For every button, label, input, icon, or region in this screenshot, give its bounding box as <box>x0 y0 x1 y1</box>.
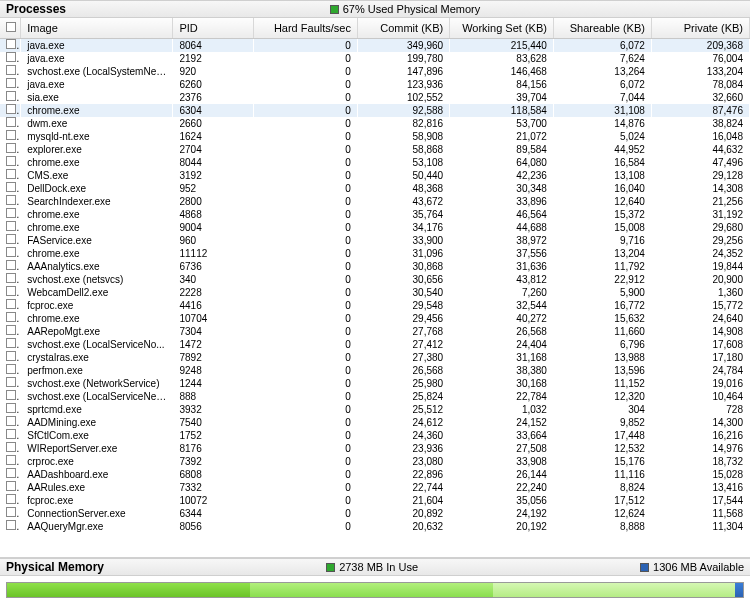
checkbox-icon[interactable] <box>6 481 16 491</box>
table-row[interactable]: chrome.exe8044053,10864,08016,58447,496 <box>0 156 750 169</box>
table-row[interactable]: svchost.exe (LocalSystemNet...9200147,89… <box>0 65 750 78</box>
process-table[interactable]: Image PID Hard Faults/sec Commit (KB) Wo… <box>0 18 750 533</box>
checkbox-icon[interactable] <box>6 221 16 231</box>
table-row[interactable]: FAService.exe960033,90038,9729,71629,256 <box>0 234 750 247</box>
col-hard-faults[interactable]: Hard Faults/sec <box>254 18 358 38</box>
checkbox-icon[interactable] <box>6 299 16 309</box>
checkbox-icon[interactable] <box>6 195 16 205</box>
table-row[interactable]: svchost.exe (NetworkService)1244025,9803… <box>0 377 750 390</box>
row-checkbox[interactable] <box>0 416 21 429</box>
table-row[interactable]: AAQueryMgr.exe8056020,63220,1928,88811,3… <box>0 520 750 533</box>
checkbox-icon[interactable] <box>6 494 16 504</box>
table-row[interactable]: sia.exe23760102,55239,7047,04432,660 <box>0 91 750 104</box>
row-checkbox[interactable] <box>0 351 21 364</box>
checkbox-icon[interactable] <box>6 234 16 244</box>
checkbox-icon[interactable] <box>6 78 16 88</box>
checkbox-icon[interactable] <box>6 273 16 283</box>
checkbox-icon[interactable] <box>6 351 16 361</box>
checkbox-icon[interactable] <box>6 91 16 101</box>
checkbox-icon[interactable] <box>6 455 16 465</box>
checkbox-icon[interactable] <box>6 169 16 179</box>
row-checkbox[interactable] <box>0 494 21 507</box>
row-checkbox[interactable] <box>0 156 21 169</box>
table-row[interactable]: AARepoMgt.exe7304027,76826,56811,66014,9… <box>0 325 750 338</box>
header-checkbox-icon[interactable] <box>6 22 16 32</box>
table-row[interactable]: chrome.exe10704029,45640,27215,63224,640 <box>0 312 750 325</box>
table-row[interactable]: crproc.exe7392023,08033,90815,17618,732 <box>0 455 750 468</box>
row-checkbox[interactable] <box>0 455 21 468</box>
row-checkbox[interactable] <box>0 377 21 390</box>
table-row[interactable]: chrome.exe4868035,76446,56415,37231,192 <box>0 208 750 221</box>
row-checkbox[interactable] <box>0 507 21 520</box>
table-row[interactable]: SfCtlCom.exe1752024,36033,66417,44816,21… <box>0 429 750 442</box>
table-row[interactable]: java.exe62600123,93684,1566,07278,084 <box>0 78 750 91</box>
row-checkbox[interactable] <box>0 247 21 260</box>
table-row[interactable]: explorer.exe2704058,86889,58444,95244,63… <box>0 143 750 156</box>
checkbox-icon[interactable] <box>6 286 16 296</box>
row-checkbox[interactable] <box>0 104 21 117</box>
col-working-set[interactable]: Working Set (KB) <box>450 18 554 38</box>
row-checkbox[interactable] <box>0 221 21 234</box>
row-checkbox[interactable] <box>0 520 21 533</box>
col-pid[interactable]: PID <box>173 18 254 38</box>
row-checkbox[interactable] <box>0 273 21 286</box>
col-checkbox[interactable] <box>0 18 21 38</box>
checkbox-icon[interactable] <box>6 39 16 49</box>
checkbox-icon[interactable] <box>6 468 16 478</box>
row-checkbox[interactable] <box>0 52 21 65</box>
checkbox-icon[interactable] <box>6 325 16 335</box>
checkbox-icon[interactable] <box>6 260 16 270</box>
table-row[interactable]: svchost.exe (LocalServiceNo...1472027,41… <box>0 338 750 351</box>
row-checkbox[interactable] <box>0 403 21 416</box>
row-checkbox[interactable] <box>0 91 21 104</box>
row-checkbox[interactable] <box>0 38 21 52</box>
row-checkbox[interactable] <box>0 234 21 247</box>
row-checkbox[interactable] <box>0 117 21 130</box>
table-row[interactable]: ConnectionServer.exe6344020,89224,19212,… <box>0 507 750 520</box>
col-shareable[interactable]: Shareable (KB) <box>553 18 651 38</box>
checkbox-icon[interactable] <box>6 182 16 192</box>
checkbox-icon[interactable] <box>6 130 16 140</box>
col-commit[interactable]: Commit (KB) <box>357 18 449 38</box>
col-image[interactable]: Image <box>21 18 173 38</box>
table-row[interactable]: java.exe80640349,960215,4406,072209,368 <box>0 38 750 52</box>
row-checkbox[interactable] <box>0 442 21 455</box>
table-row[interactable]: sprtcmd.exe3932025,5121,032304728 <box>0 403 750 416</box>
checkbox-icon[interactable] <box>6 104 16 114</box>
table-row[interactable]: AADMining.exe7540024,61224,1529,85214,30… <box>0 416 750 429</box>
table-row[interactable]: chrome.exe6304092,588118,58431,10887,476 <box>0 104 750 117</box>
row-checkbox[interactable] <box>0 468 21 481</box>
checkbox-icon[interactable] <box>6 429 16 439</box>
checkbox-icon[interactable] <box>6 390 16 400</box>
table-row[interactable]: AADashboard.exe6808022,89626,14411,11615… <box>0 468 750 481</box>
checkbox-icon[interactable] <box>6 65 16 75</box>
table-row[interactable]: dwm.exe2660082,81653,70014,87638,824 <box>0 117 750 130</box>
table-row[interactable]: DellDock.exe952048,36830,34816,04014,308 <box>0 182 750 195</box>
checkbox-icon[interactable] <box>6 143 16 153</box>
table-row[interactable]: perfmon.exe9248026,56838,38013,59624,784 <box>0 364 750 377</box>
checkbox-icon[interactable] <box>6 117 16 127</box>
table-row[interactable]: java.exe21920199,78083,6287,62476,004 <box>0 52 750 65</box>
row-checkbox[interactable] <box>0 195 21 208</box>
row-checkbox[interactable] <box>0 312 21 325</box>
table-row[interactable]: AAAnalytics.exe6736030,86831,63611,79219… <box>0 260 750 273</box>
row-checkbox[interactable] <box>0 65 21 78</box>
checkbox-icon[interactable] <box>6 364 16 374</box>
checkbox-icon[interactable] <box>6 156 16 166</box>
table-row[interactable]: chrome.exe9004034,17644,68815,00829,680 <box>0 221 750 234</box>
checkbox-icon[interactable] <box>6 338 16 348</box>
row-checkbox[interactable] <box>0 130 21 143</box>
row-checkbox[interactable] <box>0 143 21 156</box>
row-checkbox[interactable] <box>0 182 21 195</box>
checkbox-icon[interactable] <box>6 52 16 62</box>
row-checkbox[interactable] <box>0 260 21 273</box>
col-private[interactable]: Private (KB) <box>651 18 749 38</box>
table-row[interactable]: fcproc.exe10072021,60435,05617,51217,544 <box>0 494 750 507</box>
table-row[interactable]: AARules.exe7332022,74422,2408,82413,416 <box>0 481 750 494</box>
table-row[interactable]: WebcamDell2.exe2228030,5407,2605,9001,36… <box>0 286 750 299</box>
checkbox-icon[interactable] <box>6 403 16 413</box>
table-row[interactable]: mysqld-nt.exe1624058,90821,0725,02416,04… <box>0 130 750 143</box>
row-checkbox[interactable] <box>0 481 21 494</box>
checkbox-icon[interactable] <box>6 416 16 426</box>
checkbox-icon[interactable] <box>6 377 16 387</box>
